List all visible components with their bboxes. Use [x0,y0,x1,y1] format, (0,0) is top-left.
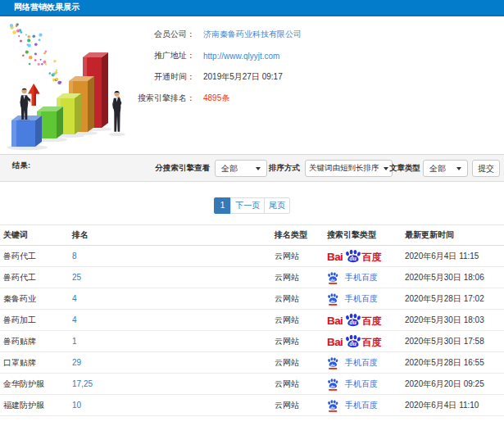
rank-cell[interactable]: 4 [72,288,275,310]
baidu-mobile-label: 手机百度 [345,357,378,369]
col-engine-type: 搜索引擎类型 [327,225,405,246]
info-row-ranking-count: 搜索引擎排名： 4895条 [0,88,385,109]
result-section-label: 结果: [12,157,30,174]
ranking-count-label: 搜索引擎排名： [0,93,195,104]
col-updated: 最新更新时间 [405,225,504,246]
table-row: 金华防护服 17,25 云网站 Bai du 百度 [0,374,504,395]
rank-cell[interactable]: 25 [72,267,275,288]
svg-text:百度: 百度 [361,315,382,327]
baidu-mobile-logo: du 手机百度 [327,352,405,373]
next-page-button[interactable]: 下一页 [230,197,265,214]
svg-text:du: du [330,298,335,302]
svg-text:du: du [349,319,356,326]
article-type-value: 全部 [429,163,446,174]
chevron-down-icon [384,167,388,170]
sort-select[interactable]: 关键词由短到长排序 [305,160,393,177]
engine-type-cell: Bai du 百度 [327,310,405,331]
company-label: 会员公司： [0,29,195,40]
svg-text:百度: 百度 [361,252,382,263]
marketing-report-page: { "title_bar": { "title": "网络营销效果展示" }, … [0,0,504,426]
rank-type-cell: 云网站 [275,331,327,352]
svg-text:du: du [349,255,356,262]
table-row: 福建防护服 10 云网站 Bai du 百度 [0,395,504,416]
engine-type-cell: Bai du 百度 [327,288,405,310]
table-row: 秦鲁药业 4 云网站 Bai du 百度 [0,288,504,310]
rank-cell[interactable]: 4 [72,310,275,331]
keyword-cell: 福建防护服 [0,395,72,416]
svg-text:du: du [330,405,335,409]
sort-label: 排序方式 [269,155,300,181]
pagination: 1 下一页 尾页 [0,197,504,214]
keyword-cell: 兽药代工 [0,246,72,267]
rank-type-cell: 云网站 [275,267,327,288]
baidu-mobile-logo: du 手机百度 [327,374,405,394]
svg-text:du: du [330,277,335,281]
company-link[interactable]: 济南秦鲁药业科技有限公司 [203,29,302,40]
col-keyword: 关键词 [0,225,72,246]
promo-url-link[interactable]: http://www.qlyyjt.com [203,52,279,61]
engine-type-cell: Bai du 百度 [327,267,405,288]
svg-text:百度: 百度 [361,337,382,348]
keyword-cell: 兽药加工 [0,310,72,331]
rank-type-cell: 云网站 [275,374,327,395]
col-rank: 排名 [72,225,275,246]
baidu-mobile-logo: du 手机百度 [327,395,405,415]
engine-filter-select[interactable]: 全部 [215,160,267,177]
ranking-count-value: 4895条 [203,93,229,104]
info-row-company: 会员公司： 济南秦鲁药业科技有限公司 [0,24,385,45]
svg-text:du: du [349,340,356,347]
rank-type-cell: 云网站 [275,395,327,416]
info-row-open-time: 开通时间： 2019年5月27日 09:17 [0,66,385,88]
baidu-mobile-label: 手机百度 [345,378,378,390]
rank-cell[interactable]: 17,25 [72,374,275,395]
updated-cell: 2020年5月30日 17:58 [405,331,504,352]
last-page-button[interactable]: 尾页 [264,197,290,214]
updated-cell: 2020年5月30日 18:06 [405,267,504,288]
promo-url-label: 推广地址： [0,50,195,61]
rank-cell[interactable]: 8 [72,246,275,267]
info-row-url: 推广地址： http://www.qlyyjt.com [0,45,385,66]
svg-text:Bai: Bai [327,336,343,348]
keyword-cell: 兽药代工 [0,267,72,288]
rank-type-cell: 云网站 [275,246,327,267]
engine-type-cell: Bai du 百度 [327,374,405,395]
open-time-value: 2019年5月27日 09:17 [203,71,283,83]
table-header-row: 关键词 排名 排名类型 搜索引擎类型 最新更新时间 [0,225,504,246]
submit-button[interactable]: 提交 [472,160,500,177]
rank-cell[interactable]: 29 [72,352,275,374]
engine-type-cell: Bai du 百度 [327,352,405,374]
baidu-pc-logo: Bai du 百度 [327,310,405,330]
filter-bar: 结果: 分搜索引擎查看 全部 排序方式 关键词由短到长排序 文章类型 全部 提交 [0,154,504,182]
rank-type-cell: 云网站 [275,352,327,374]
engine-type-cell: Bai du 百度 [327,395,405,416]
engine-filter-value: 全部 [221,163,238,174]
keyword-cell: 口罩贴牌 [0,352,72,374]
updated-cell: 2020年5月28日 17:02 [405,288,504,310]
engine-filter-label: 分搜索引擎查看 [156,155,211,181]
article-type-select[interactable]: 全部 [423,160,468,177]
engine-type-cell: Bai du 百度 [327,246,405,267]
page-1-button[interactable]: 1 [214,197,232,214]
table-body: 兽药代工 8 云网站 Bai du 百度 [0,246,504,416]
rank-type-cell: 云网站 [275,288,327,310]
rank-cell[interactable]: 10 [72,395,275,416]
table-row: 兽药代工 25 云网站 Bai du 百度 [0,267,504,288]
svg-text:Bai: Bai [327,251,343,263]
svg-text:du: du [330,362,335,366]
rank-cell[interactable]: 1 [72,331,275,352]
keyword-cell: 秦鲁药业 [0,288,72,310]
sort-value: 关键词由短到长排序 [309,163,379,174]
table-row: 兽药贴牌 1 云网站 Bai du 百度 [0,331,504,352]
keyword-cell: 兽药贴牌 [0,331,72,352]
baidu-mobile-logo: du 手机百度 [327,288,405,309]
open-time-label: 开通时间： [0,71,195,83]
titlebar: 网络营销效果展示 [0,0,504,16]
page-title: 网络营销效果展示 [14,2,79,11]
col-rank-type: 排名类型 [275,225,327,246]
table-row: 兽药加工 4 云网站 Bai du 百度 [0,310,504,331]
engine-type-cell: Bai du 百度 [327,331,405,352]
member-info: 会员公司： 济南秦鲁药业科技有限公司 推广地址： http://www.qlyy… [0,24,385,109]
svg-text:Bai: Bai [327,315,343,327]
rank-type-cell: 云网站 [275,310,327,331]
keyword-cell: 金华防护服 [0,374,72,395]
